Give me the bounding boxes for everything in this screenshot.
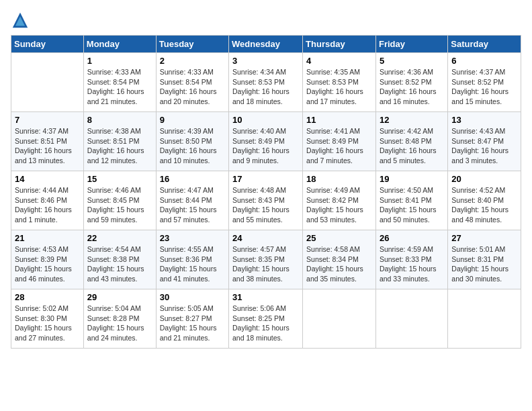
day-info: Sunrise: 4:47 AMSunset: 8:44 PMDaylight:… [160, 185, 225, 225]
day-info: Sunrise: 5:05 AMSunset: 8:27 PMDaylight:… [160, 304, 225, 343]
day-info: Sunrise: 4:42 AMSunset: 8:48 PMDaylight:… [380, 126, 444, 166]
page-header [11, 11, 521, 30]
day-info: Sunrise: 4:34 AMSunset: 8:53 PMDaylight:… [232, 67, 299, 107]
day-info: Sunrise: 4:33 AMSunset: 8:54 PMDaylight:… [160, 67, 225, 107]
day-info: Sunrise: 4:59 AMSunset: 8:33 PMDaylight:… [380, 244, 444, 284]
day-number: 12 [380, 115, 444, 125]
week-row-3: 14Sunrise: 4:44 AMSunset: 8:46 PMDayligh… [11, 171, 521, 230]
day-number: 16 [160, 174, 225, 184]
day-cell: 20Sunrise: 4:52 AMSunset: 8:40 PMDayligh… [448, 171, 521, 230]
day-header-friday: Friday [375, 36, 447, 53]
day-headers-row: SundayMondayTuesdayWednesdayThursdayFrid… [11, 36, 521, 53]
day-number: 10 [232, 115, 299, 125]
day-cell: 31Sunrise: 5:06 AMSunset: 8:25 PMDayligh… [229, 289, 303, 349]
day-cell: 3Sunrise: 4:34 AMSunset: 8:53 PMDaylight… [229, 53, 303, 112]
day-info: Sunrise: 5:06 AMSunset: 8:25 PMDaylight:… [232, 304, 299, 343]
day-cell: 9Sunrise: 4:39 AMSunset: 8:50 PMDaylight… [156, 112, 228, 171]
day-cell: 7Sunrise: 4:37 AMSunset: 8:51 PMDaylight… [11, 112, 84, 171]
day-number: 17 [232, 174, 299, 184]
day-info: Sunrise: 4:39 AMSunset: 8:50 PMDaylight:… [160, 126, 225, 166]
week-row-5: 28Sunrise: 5:02 AMSunset: 8:30 PMDayligh… [11, 289, 521, 349]
day-info: Sunrise: 4:54 AMSunset: 8:38 PMDaylight:… [87, 244, 152, 284]
day-cell: 19Sunrise: 4:50 AMSunset: 8:41 PMDayligh… [375, 171, 447, 230]
day-cell [375, 289, 447, 349]
day-header-sunday: Sunday [11, 36, 84, 53]
day-info: Sunrise: 5:04 AMSunset: 8:28 PMDaylight:… [87, 304, 152, 343]
day-cell: 18Sunrise: 4:49 AMSunset: 8:42 PMDayligh… [303, 171, 376, 230]
day-number: 24 [232, 233, 299, 243]
week-row-4: 21Sunrise: 4:53 AMSunset: 8:39 PMDayligh… [11, 230, 521, 289]
day-number: 26 [380, 233, 444, 243]
day-number: 2 [160, 56, 225, 66]
day-info: Sunrise: 4:44 AMSunset: 8:46 PMDaylight:… [15, 185, 80, 225]
day-cell: 26Sunrise: 4:59 AMSunset: 8:33 PMDayligh… [375, 230, 447, 289]
day-number: 13 [451, 115, 517, 125]
day-cell: 12Sunrise: 4:42 AMSunset: 8:48 PMDayligh… [375, 112, 447, 171]
day-cell: 6Sunrise: 4:37 AMSunset: 8:52 PMDaylight… [448, 53, 521, 112]
day-cell: 14Sunrise: 4:44 AMSunset: 8:46 PMDayligh… [11, 171, 84, 230]
day-number: 28 [15, 292, 80, 302]
day-cell: 29Sunrise: 5:04 AMSunset: 8:28 PMDayligh… [83, 289, 156, 349]
day-info: Sunrise: 4:37 AMSunset: 8:51 PMDaylight:… [15, 126, 80, 166]
day-info: Sunrise: 4:46 AMSunset: 8:45 PMDaylight:… [87, 185, 152, 225]
day-cell: 23Sunrise: 4:55 AMSunset: 8:36 PMDayligh… [156, 230, 228, 289]
day-info: Sunrise: 5:01 AMSunset: 8:31 PMDaylight:… [451, 244, 517, 284]
day-cell: 30Sunrise: 5:05 AMSunset: 8:27 PMDayligh… [156, 289, 228, 349]
day-info: Sunrise: 4:52 AMSunset: 8:40 PMDaylight:… [451, 185, 517, 225]
day-info: Sunrise: 4:33 AMSunset: 8:54 PMDaylight:… [87, 67, 152, 107]
day-header-monday: Monday [83, 36, 156, 53]
day-cell: 17Sunrise: 4:48 AMSunset: 8:43 PMDayligh… [229, 171, 303, 230]
day-info: Sunrise: 4:38 AMSunset: 8:51 PMDaylight:… [87, 126, 152, 166]
day-number: 8 [87, 115, 152, 125]
day-info: Sunrise: 4:58 AMSunset: 8:34 PMDaylight:… [306, 244, 372, 284]
day-cell: 16Sunrise: 4:47 AMSunset: 8:44 PMDayligh… [156, 171, 228, 230]
day-number: 11 [306, 115, 372, 125]
day-cell: 10Sunrise: 4:40 AMSunset: 8:49 PMDayligh… [229, 112, 303, 171]
day-cell: 13Sunrise: 4:43 AMSunset: 8:47 PMDayligh… [448, 112, 521, 171]
day-cell: 11Sunrise: 4:41 AMSunset: 8:49 PMDayligh… [303, 112, 376, 171]
day-info: Sunrise: 4:55 AMSunset: 8:36 PMDaylight:… [160, 244, 225, 284]
day-cell: 22Sunrise: 4:54 AMSunset: 8:38 PMDayligh… [83, 230, 156, 289]
day-info: Sunrise: 4:41 AMSunset: 8:49 PMDaylight:… [306, 126, 372, 166]
day-info: Sunrise: 4:43 AMSunset: 8:47 PMDaylight:… [451, 126, 517, 166]
day-cell: 28Sunrise: 5:02 AMSunset: 8:30 PMDayligh… [11, 289, 84, 349]
day-cell: 25Sunrise: 4:58 AMSunset: 8:34 PMDayligh… [303, 230, 376, 289]
day-info: Sunrise: 5:02 AMSunset: 8:30 PMDaylight:… [15, 304, 80, 343]
day-number: 15 [87, 174, 152, 184]
day-cell [303, 289, 376, 349]
day-cell: 2Sunrise: 4:33 AMSunset: 8:54 PMDaylight… [156, 53, 228, 112]
calendar-table: SundayMondayTuesdayWednesdayThursdayFrid… [11, 35, 521, 349]
day-number: 29 [87, 292, 152, 302]
day-info: Sunrise: 4:50 AMSunset: 8:41 PMDaylight:… [380, 185, 444, 225]
day-cell: 8Sunrise: 4:38 AMSunset: 8:51 PMDaylight… [83, 112, 156, 171]
day-number: 25 [306, 233, 372, 243]
day-cell: 24Sunrise: 4:57 AMSunset: 8:35 PMDayligh… [229, 230, 303, 289]
day-number: 9 [160, 115, 225, 125]
day-number: 14 [15, 174, 80, 184]
day-cell: 15Sunrise: 4:46 AMSunset: 8:45 PMDayligh… [83, 171, 156, 230]
day-number: 3 [232, 56, 299, 66]
day-header-saturday: Saturday [448, 36, 521, 53]
day-number: 31 [232, 292, 299, 302]
day-number: 27 [451, 233, 517, 243]
day-info: Sunrise: 4:37 AMSunset: 8:52 PMDaylight:… [451, 67, 517, 107]
day-info: Sunrise: 4:57 AMSunset: 8:35 PMDaylight:… [232, 244, 299, 284]
day-number: 19 [380, 174, 444, 184]
day-cell [448, 289, 521, 349]
day-cell: 27Sunrise: 5:01 AMSunset: 8:31 PMDayligh… [448, 230, 521, 289]
day-number: 20 [451, 174, 517, 184]
day-header-wednesday: Wednesday [229, 36, 303, 53]
day-info: Sunrise: 4:40 AMSunset: 8:49 PMDaylight:… [232, 126, 299, 166]
day-cell: 4Sunrise: 4:35 AMSunset: 8:53 PMDaylight… [303, 53, 376, 112]
day-cell: 5Sunrise: 4:36 AMSunset: 8:52 PMDaylight… [375, 53, 447, 112]
day-cell: 1Sunrise: 4:33 AMSunset: 8:54 PMDaylight… [83, 53, 156, 112]
day-number: 21 [15, 233, 80, 243]
day-cell [11, 53, 84, 112]
day-number: 6 [451, 56, 517, 66]
day-info: Sunrise: 4:53 AMSunset: 8:39 PMDaylight:… [15, 244, 80, 284]
week-row-2: 7Sunrise: 4:37 AMSunset: 8:51 PMDaylight… [11, 112, 521, 171]
day-cell: 21Sunrise: 4:53 AMSunset: 8:39 PMDayligh… [11, 230, 84, 289]
day-number: 4 [306, 56, 372, 66]
day-number: 5 [380, 56, 444, 66]
day-header-tuesday: Tuesday [156, 36, 228, 53]
